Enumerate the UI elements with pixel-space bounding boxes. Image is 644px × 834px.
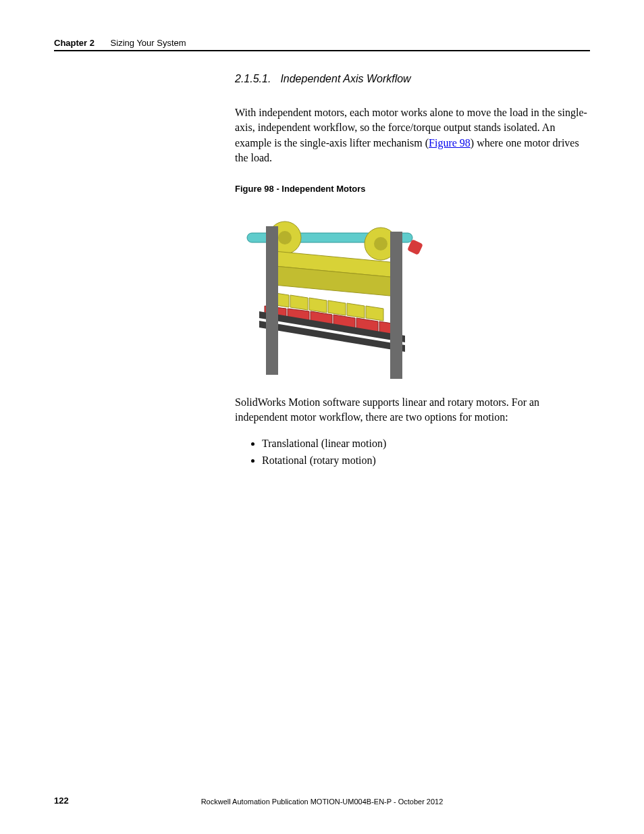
svg-marker-12 [347, 303, 365, 318]
main-content: 2.1.5.1.Independent Axis Workflow With i… [235, 73, 590, 469]
motion-options-list: Translational (linear motion) Rotational… [262, 436, 590, 469]
chapter-title: Sizing Your System [111, 38, 186, 48]
svg-point-4 [374, 237, 387, 251]
svg-rect-23 [390, 232, 402, 379]
section-title: Independent Axis Workflow [280, 73, 410, 84]
section-heading: 2.1.5.1.Independent Axis Workflow [235, 73, 590, 85]
chapter-label: Chapter 2 [54, 38, 95, 48]
page-header: Chapter 2 Sizing Your System [54, 38, 590, 48]
svg-marker-10 [309, 298, 327, 313]
svg-marker-9 [290, 295, 308, 310]
paragraph-2: SolidWorks Motion software supports line… [235, 395, 590, 425]
svg-point-2 [278, 231, 292, 244]
paragraph-1: With independent motors, each motor work… [235, 105, 590, 166]
list-item: Rotational (rotary motion) [262, 452, 590, 469]
header-divider [54, 50, 590, 51]
lifter-mechanism-illustration [235, 203, 424, 379]
section-number: 2.1.5.1. [235, 73, 271, 84]
svg-rect-22 [266, 226, 278, 375]
figure-caption: Figure 98 - Independent Motors [235, 184, 590, 194]
publication-line: Rockwell Automation Publication MOTION-U… [54, 798, 590, 806]
svg-marker-13 [366, 306, 383, 321]
list-item: Translational (linear motion) [262, 436, 590, 452]
figure-image [235, 203, 424, 379]
svg-marker-11 [328, 301, 346, 315]
figure-98-link[interactable]: Figure 98 [429, 137, 471, 149]
